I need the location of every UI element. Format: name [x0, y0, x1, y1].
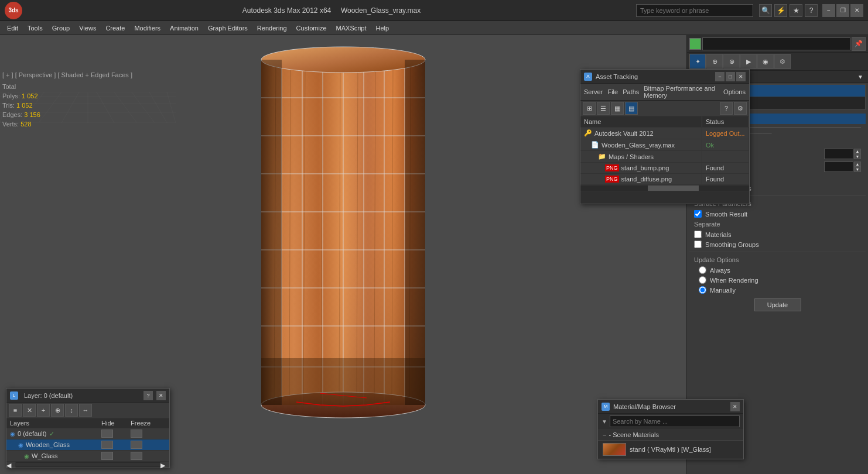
menu-help[interactable]: Help	[371, 23, 394, 33]
menu-tools[interactable]: Tools	[23, 23, 47, 33]
smoothing-groups-checkbox[interactable]	[694, 241, 702, 248]
asset-minimize-btn[interactable]: −	[715, 72, 725, 81]
png-icon-diffuse: PNG	[605, 176, 619, 183]
freeze-indicator-wg[interactable]	[131, 441, 142, 449]
layer-wooden-glass-icon: ◉	[18, 442, 23, 448]
layers-col-name: Layers	[10, 420, 101, 427]
layers-close-btn[interactable]: ✕	[156, 391, 166, 400]
layers-tb-layers[interactable]: ≡	[9, 404, 22, 417]
svg-point-59	[261, 47, 425, 73]
at-tb-2[interactable]: ☰	[597, 102, 610, 115]
at-bitmap-menu[interactable]: Bitmap Performance and Memory	[644, 85, 719, 99]
render-iters-input[interactable]: 2	[824, 162, 853, 172]
render-iters-up[interactable]: ▲	[854, 162, 861, 167]
layers-help-btn[interactable]: ?	[143, 391, 153, 400]
menu-maxscript[interactable]: MAXScript	[332, 23, 371, 33]
when-rendering-row: When Rendering	[689, 275, 866, 285]
freeze-indicator-default[interactable]	[131, 430, 142, 438]
asset-tracking-window: A Asset Tracking − □ ✕ Server File Paths…	[580, 69, 750, 204]
menu-bar: Edit Tools Group Views Create Modifiers …	[0, 21, 868, 35]
at-file-menu[interactable]: File	[607, 88, 618, 95]
menu-group[interactable]: Group	[47, 23, 75, 33]
at-tb-3[interactable]: ▦	[611, 102, 624, 115]
at-tb-5[interactable]: ?	[720, 102, 733, 115]
layers-tb-other[interactable]: ↔	[79, 404, 92, 417]
render-iters-down[interactable]: ▼	[854, 167, 861, 172]
when-rendering-radio[interactable]	[699, 276, 706, 284]
create-tab[interactable]: ✦	[689, 54, 706, 69]
hide-indicator-default[interactable]	[101, 430, 113, 438]
layers-tb-merge[interactable]: ⊕	[51, 404, 64, 417]
mb-close-btn[interactable]: ✕	[730, 402, 740, 411]
layers-scrollbar[interactable]: ◀ ▶	[6, 462, 169, 468]
at-col-name: Name	[580, 116, 702, 127]
object-name-field[interactable]: W_Glass	[702, 37, 850, 50]
layers-icon: L	[10, 391, 18, 400]
layers-tb-sort[interactable]: ↕	[65, 404, 78, 417]
at-paths-menu[interactable]: Paths	[623, 88, 639, 95]
bookmark-btn[interactable]: ★	[790, 4, 802, 17]
3d-cylinder	[250, 42, 437, 428]
menu-animation[interactable]: Animation	[165, 23, 203, 33]
at-row-bump[interactable]: PNG stand_bump.png Found	[580, 163, 749, 174]
minimize-btn[interactable]: −	[822, 4, 835, 17]
asset-restore-btn[interactable]: □	[726, 72, 735, 81]
asset-close-btn[interactable]: ✕	[736, 72, 746, 81]
layers-row-wooden-glass[interactable]: ◉ Wooden_Glass	[6, 439, 169, 451]
update-options-label: Update Options	[689, 255, 866, 265]
close-btn[interactable]: ✕	[850, 4, 863, 17]
iterations-input[interactable]: 0	[824, 149, 853, 159]
layers-row-w-glass[interactable]: ◉ W_Glass	[6, 451, 169, 462]
iterations-down[interactable]: ▼	[854, 154, 861, 159]
menu-edit[interactable]: Edit	[2, 23, 23, 33]
mb-item-stand[interactable]: stand ( VRayMtl ) [W_Glass]	[598, 441, 743, 459]
object-color-swatch[interactable]	[689, 38, 701, 50]
at-row-max[interactable]: 📄 Wooden_Glass_vray.max Ok	[580, 139, 749, 151]
menu-views[interactable]: Views	[74, 23, 101, 33]
menu-create[interactable]: Create	[101, 23, 129, 33]
info-btn[interactable]: ?	[805, 4, 818, 17]
at-options-menu[interactable]: Options	[723, 88, 746, 95]
at-tb-6[interactable]: ⚙	[734, 102, 747, 115]
at-server-menu[interactable]: Server	[584, 88, 603, 95]
hide-indicator-wg[interactable]	[101, 441, 113, 449]
scroll-right-btn[interactable]: ▶	[160, 462, 169, 468]
layers-tb-add[interactable]: +	[37, 404, 50, 417]
at-row-diffuse[interactable]: PNG stand_diffuse.png Found	[580, 174, 749, 185]
freeze-indicator-wglass[interactable]	[131, 452, 142, 460]
menu-modifiers[interactable]: Modifiers	[129, 23, 165, 33]
hierarchy-tab[interactable]: ⊗	[723, 54, 740, 69]
pin-btn[interactable]: 📌	[852, 37, 866, 51]
smooth-result-checkbox[interactable]	[694, 210, 702, 218]
max-file-icon: 📄	[591, 141, 599, 149]
at-tb-1[interactable]: ⊞	[583, 102, 596, 115]
utilities-tab[interactable]: ⚙	[774, 54, 791, 69]
at-tb-4[interactable]: ▤	[625, 102, 638, 115]
layers-tb-delete[interactable]: ✕	[23, 404, 36, 417]
restore-btn[interactable]: ❐	[836, 4, 849, 17]
always-radio[interactable]	[699, 266, 706, 274]
search-input[interactable]	[636, 4, 753, 17]
asset-tracking-menubar: Server File Paths Bitmap Performance and…	[580, 84, 749, 101]
hide-indicator-wglass[interactable]	[101, 452, 113, 460]
mb-expand-arrow: ▼	[602, 418, 607, 425]
manually-radio[interactable]	[699, 286, 706, 294]
menu-rendering[interactable]: Rendering	[252, 23, 292, 33]
at-col-status: Status	[702, 116, 749, 127]
at-row-vault[interactable]: 🔑 Autodesk Vault 2012 Logged Out...	[580, 128, 749, 139]
at-row-maps[interactable]: 📁 Maps / Shaders	[580, 151, 749, 163]
update-button[interactable]: Update	[754, 298, 801, 311]
display-tab[interactable]: ◉	[757, 54, 774, 69]
modify-tab[interactable]: ⊕	[706, 54, 723, 69]
layers-row-default[interactable]: ◉ 0 (default) ✓	[6, 428, 169, 439]
materials-checkbox[interactable]	[694, 231, 702, 238]
iterations-up[interactable]: ▲	[854, 149, 861, 154]
help-search-btn[interactable]: ⚡	[774, 4, 787, 17]
menu-customize[interactable]: Customize	[292, 23, 332, 33]
search-icon-btn[interactable]: 🔍	[759, 4, 772, 17]
motion-tab[interactable]: ▶	[740, 54, 757, 69]
scroll-left-btn[interactable]: ◀	[6, 462, 16, 468]
mb-search-input[interactable]	[610, 415, 740, 427]
at-scrollbar[interactable]	[580, 185, 749, 191]
menu-graph-editors[interactable]: Graph Editors	[203, 23, 252, 33]
